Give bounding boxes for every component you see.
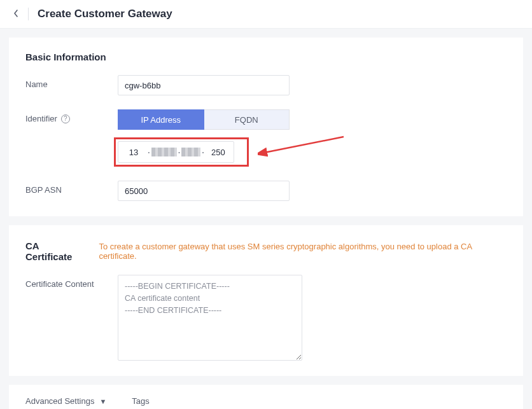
cert-content-row: Certificate Content bbox=[25, 275, 507, 361]
basic-info-panel: Basic Information Name Identifier ? IP A… bbox=[9, 38, 523, 216]
ip-dot: · bbox=[146, 148, 151, 157]
header-divider bbox=[28, 8, 29, 20]
ip-octet-2-redacted bbox=[151, 148, 177, 156]
ip-octet-1[interactable] bbox=[121, 142, 146, 162]
page-title: Create Customer Gateway bbox=[38, 8, 172, 20]
identifier-type-group: IP Address FQDN bbox=[118, 109, 290, 130]
tags-label: Tags bbox=[132, 396, 149, 406]
bgp-input[interactable] bbox=[118, 181, 290, 201]
identifier-label: Identifier ? bbox=[25, 109, 118, 123]
annotation-arrow bbox=[258, 134, 353, 165]
name-label: Name bbox=[25, 75, 118, 89]
identifier-ip-button[interactable]: IP Address bbox=[118, 109, 204, 130]
bgp-row: BGP ASN bbox=[25, 181, 507, 201]
ip-octet-3-redacted bbox=[181, 148, 200, 156]
ca-cert-header: CA Certificate To create a customer gate… bbox=[25, 239, 507, 262]
cert-content-textarea[interactable] bbox=[118, 275, 302, 361]
ip-input-wrapper: · · · bbox=[118, 141, 290, 163]
ip-dot: · bbox=[200, 148, 206, 157]
advanced-row: Advanced Settings ▼ Tags bbox=[25, 396, 507, 406]
page-header: Create Customer Gateway bbox=[0, 0, 532, 29]
svg-line-0 bbox=[264, 137, 344, 153]
cert-content-label: Certificate Content bbox=[25, 275, 118, 289]
back-button[interactable] bbox=[13, 9, 19, 20]
ip-octet-4[interactable] bbox=[206, 142, 231, 162]
bgp-label: BGP ASN bbox=[25, 181, 118, 195]
ca-cert-panel: CA Certificate To create a customer gate… bbox=[9, 225, 523, 376]
advanced-panel: Advanced Settings ▼ Tags bbox=[9, 385, 523, 409]
ca-cert-note: To create a customer gateway that uses S… bbox=[99, 242, 507, 261]
help-icon[interactable]: ? bbox=[61, 114, 70, 123]
basic-info-title: Basic Information bbox=[25, 52, 507, 62]
advanced-toggle[interactable]: Advanced Settings ▼ bbox=[25, 396, 106, 406]
ip-address-input[interactable]: · · · bbox=[118, 141, 234, 163]
chevron-down-icon: ▼ bbox=[99, 398, 106, 405]
identifier-row: Identifier ? IP Address FQDN · · · bbox=[25, 109, 507, 163]
name-row: Name bbox=[25, 75, 507, 95]
identifier-label-text: Identifier bbox=[25, 114, 57, 123]
advanced-label: Advanced Settings bbox=[25, 396, 94, 406]
ip-dot: · bbox=[177, 148, 182, 157]
identifier-fqdn-button[interactable]: FQDN bbox=[204, 109, 290, 130]
name-input[interactable] bbox=[118, 75, 290, 95]
ca-cert-title: CA Certificate bbox=[25, 240, 87, 262]
